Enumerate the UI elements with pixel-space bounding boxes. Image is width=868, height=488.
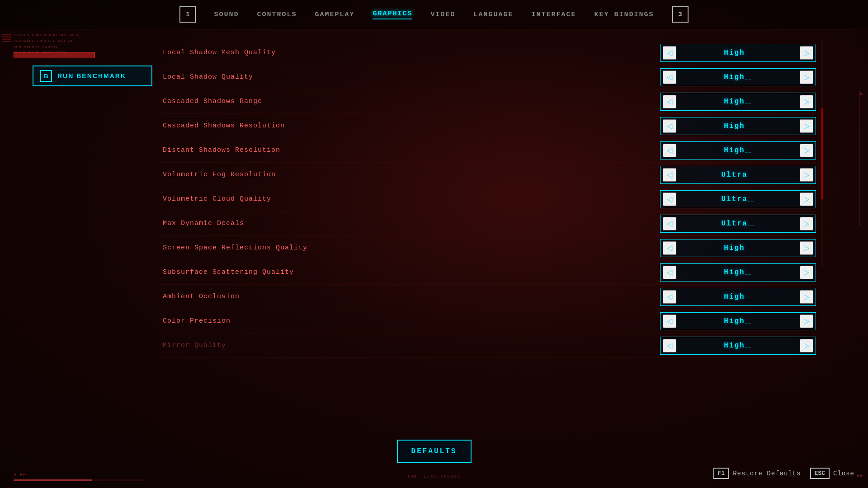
arrow-left-button[interactable]: ◁ <box>663 144 676 157</box>
setting-control: ◁Ultra__▷ <box>660 215 816 233</box>
bottom-bar: DEFAULTS <box>0 440 868 463</box>
scrollbar-thumb[interactable] <box>821 108 823 199</box>
arrow-left-button[interactable]: ◁ <box>663 168 676 182</box>
setting-control: ◁High__▷ <box>660 263 816 282</box>
setting-value: High__ <box>676 268 800 277</box>
nav-interface[interactable]: INTERFACE <box>532 11 576 19</box>
setting-value: High__ <box>676 122 800 130</box>
setting-control: ◁High__▷ <box>660 239 816 257</box>
close-action: ESC Close <box>810 468 854 479</box>
benchmark-label: RUN BENCHMARK <box>57 72 126 80</box>
setting-control: ◁High__▷ <box>660 312 816 330</box>
arrow-left-button[interactable]: ◁ <box>663 266 676 279</box>
setting-label: Local Shadow Mesh Quality <box>160 49 660 56</box>
settings-panel: Local Shadow Mesh Quality◁High__▷Local S… <box>160 41 816 452</box>
arrow-right-button[interactable]: ▷ <box>800 290 813 304</box>
setting-row: Local Shadow Quality◁High__▷ <box>160 65 816 89</box>
setting-value: High__ <box>676 98 800 106</box>
setting-label: Mirror Quality <box>160 342 660 349</box>
setting-value: Ultra__ <box>676 195 800 203</box>
setting-control: ◁High__▷ <box>660 117 816 135</box>
setting-label: Distant Shadows Resolution <box>160 146 660 154</box>
setting-label: Local Shadow Quality <box>160 73 660 81</box>
arrow-left-button[interactable]: ◁ <box>663 95 676 108</box>
setting-label: Ambient Occlusion <box>160 293 660 300</box>
arrow-right-button[interactable]: ▷ <box>800 168 813 182</box>
arrow-right-button[interactable]: ▷ <box>800 314 813 328</box>
version-text: V 85 <box>14 473 145 478</box>
setting-value: High__ <box>676 293 800 301</box>
setting-row: Color Precision◁High__▷ <box>160 309 816 333</box>
arrow-left-button[interactable]: ◁ <box>663 314 676 328</box>
setting-label: Volumetric Cloud Quality <box>160 195 660 203</box>
setting-row: Ambient Occlusion◁High__▷ <box>160 285 816 309</box>
setting-control: ◁High__▷ <box>660 93 816 111</box>
nav-keybindings[interactable]: KEY BINDINGS <box>594 11 654 19</box>
arrow-right-button[interactable]: ▷ <box>800 217 813 230</box>
setting-label: Color Precision <box>160 317 660 325</box>
tech-info-text: TRN_TLCAS_800098 <box>407 474 461 479</box>
arrow-right-button[interactable]: ▷ <box>800 339 813 352</box>
restore-defaults-action: F1 Restore Defaults <box>713 468 801 479</box>
arrow-left-button[interactable]: ◁ <box>663 339 676 352</box>
setting-control: ◁High__▷ <box>660 68 816 86</box>
right-decoration <box>859 90 861 226</box>
setting-value: High__ <box>676 317 800 325</box>
defaults-button[interactable]: DEFAULTS <box>397 440 472 463</box>
nav-graphics[interactable]: GRAPHICS <box>373 10 412 19</box>
setting-row: Volumetric Cloud Quality◁Ultra__▷ <box>160 187 816 211</box>
arrow-left-button[interactable]: ◁ <box>663 241 676 255</box>
arrow-right-button[interactable]: ▷ <box>800 95 813 108</box>
arrow-right-button[interactable]: ▷ <box>800 266 813 279</box>
arrow-left-button[interactable]: ◁ <box>663 217 676 230</box>
progress-bar <box>14 479 145 481</box>
arrow-right-button[interactable]: ▷ <box>800 192 813 206</box>
status-bar <box>14 52 95 58</box>
setting-value: High__ <box>676 73 800 81</box>
setting-row: Subsurface Scattering Quality◁High__▷ <box>160 260 816 285</box>
bottom-center-info: TRN_TLCAS_800098 <box>407 474 461 479</box>
arrow-left-button[interactable]: ◁ <box>663 192 676 206</box>
setting-row: Local Shadow Mesh Quality◁High__▷ <box>160 41 816 65</box>
setting-control: ◁High__▷ <box>660 44 816 62</box>
arrow-left-button[interactable]: ◁ <box>663 70 676 84</box>
setting-row: Cascaded Shadows Resolution◁High__▷ <box>160 114 816 138</box>
setting-value: High__ <box>676 49 800 57</box>
nav-sound[interactable]: SOUND <box>214 11 239 19</box>
setting-row: Volumetric Fog Resolution◁Ultra__▷ <box>160 163 816 187</box>
run-benchmark-button[interactable]: B RUN BENCHMARK <box>33 66 152 86</box>
nav-language[interactable]: LANGUAGE <box>474 11 514 19</box>
nav-gameplay[interactable]: GAMEPLAY <box>315 11 354 19</box>
setting-control: ◁Ultra__▷ <box>660 166 816 184</box>
arrow-right-button[interactable]: ▷ <box>800 241 813 255</box>
setting-value: High__ <box>676 342 800 350</box>
setting-label: Cascaded Shadows Range <box>160 98 660 105</box>
scrollbar[interactable] <box>821 41 823 267</box>
bottom-controls: F1 Restore Defaults ESC Close <box>713 468 854 479</box>
setting-row: Distant Shadows Resolution◁High__▷ <box>160 138 816 163</box>
esc-key: ESC <box>810 468 830 479</box>
setting-label: Screen Space Reflections Quality <box>160 244 660 252</box>
setting-label: Max Dynamic Decals <box>160 220 660 227</box>
nav-bracket-left: 1 <box>179 6 196 23</box>
setting-label: Subsurface Scattering Quality <box>160 268 660 276</box>
f1-key: F1 <box>713 468 730 479</box>
arrow-left-button[interactable]: ◁ <box>663 119 676 133</box>
arrow-left-button[interactable]: ◁ <box>663 46 676 60</box>
nav-video[interactable]: VIDEO <box>430 11 455 19</box>
setting-row: Screen Space Reflections Quality◁High__▷ <box>160 236 816 260</box>
arrow-right-button[interactable]: ▷ <box>800 70 813 84</box>
setting-control: ◁High__▷ <box>660 337 816 355</box>
arrow-left-button[interactable]: ◁ <box>663 290 676 304</box>
arrow-right-button[interactable]: ▷ <box>800 144 813 157</box>
setting-value: High__ <box>676 146 800 155</box>
arrow-right-button[interactable]: ▷ <box>800 46 813 60</box>
corner-arrow-bottom-right: ▶▶ <box>857 472 863 479</box>
setting-label: Volumetric Fog Resolution <box>160 171 660 178</box>
close-label: Close <box>833 470 854 477</box>
progress-bar-fill <box>14 479 92 481</box>
top-navigation: 1 SOUND CONTROLS GAMEPLAY GRAPHICS VIDEO… <box>0 0 868 29</box>
nav-controls[interactable]: CONTROLS <box>257 11 297 19</box>
arrow-right-button[interactable]: ▷ <box>800 119 813 133</box>
setting-value: Ultra__ <box>676 220 800 228</box>
